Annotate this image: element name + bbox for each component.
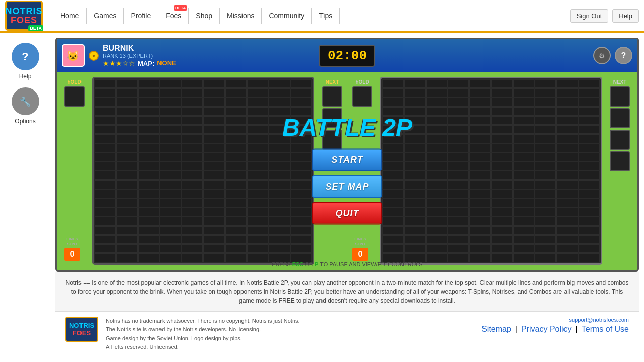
cell — [426, 98, 447, 106]
cell — [469, 244, 491, 253]
cell — [426, 226, 447, 235]
nav-games[interactable]: Games — [87, 8, 124, 24]
cell — [95, 190, 116, 198]
cell — [404, 98, 425, 106]
cell — [138, 125, 159, 134]
footer-email-link[interactable]: support@notrisfoes.com — [569, 317, 629, 323]
cell — [247, 88, 268, 97]
cell — [95, 171, 116, 179]
cell — [535, 79, 556, 88]
sitemap-link[interactable]: Sitemap — [481, 325, 511, 334]
cell — [247, 79, 268, 88]
cell — [535, 226, 556, 235]
cell — [138, 162, 159, 170]
game-header: 🐱 ● BURNIK RANK 13 (EXPERT) ★★★☆☆ MAP: N… — [57, 39, 637, 72]
cell — [382, 79, 404, 88]
cell — [247, 125, 268, 134]
cell — [491, 116, 512, 125]
nav-community[interactable]: Community — [262, 8, 312, 24]
cell — [269, 88, 290, 97]
cell — [138, 88, 159, 97]
settings-icon[interactable]: ⚙ — [593, 47, 611, 64]
cell — [95, 125, 116, 134]
logo-top: NOTRIS — [6, 7, 43, 16]
cell — [138, 153, 159, 161]
cell — [225, 180, 247, 189]
cell — [247, 244, 268, 253]
cell — [203, 244, 224, 253]
nav-tips[interactable]: Tips — [312, 8, 340, 24]
cell — [579, 107, 600, 116]
cell — [182, 235, 203, 244]
cell — [426, 171, 447, 179]
sidebar-options-button[interactable]: 🔧 — [12, 87, 39, 115]
nav-shop[interactable]: Shop — [189, 8, 220, 24]
cell — [247, 144, 268, 152]
sidebar-help-button[interactable]: ? — [12, 43, 39, 70]
cell — [469, 107, 491, 116]
cell — [556, 171, 578, 179]
cell — [203, 235, 224, 244]
nav-missions[interactable]: Missions — [220, 8, 262, 24]
cell — [116, 125, 137, 134]
cell — [535, 235, 556, 244]
cell — [182, 244, 203, 253]
terms-link[interactable]: Terms of Use — [582, 325, 629, 334]
cell — [426, 180, 447, 189]
nav-foes[interactable]: Foes BETA — [158, 8, 189, 24]
cell — [491, 107, 512, 116]
site-logo[interactable]: NOTRIS FOES BETA — [5, 1, 43, 31]
cell — [182, 98, 203, 106]
cell — [225, 235, 247, 244]
header: NOTRIS FOES BETA Home Games Profile Foes… — [0, 0, 644, 33]
header-buttons: Sign Out Help — [570, 9, 639, 23]
cell — [203, 199, 224, 207]
sign-out-button[interactable]: Sign Out — [570, 9, 609, 23]
start-button[interactable]: START — [312, 148, 382, 171]
cell — [448, 79, 469, 88]
cell — [469, 79, 491, 88]
cell — [426, 107, 447, 116]
cell — [225, 217, 247, 225]
cell — [469, 153, 491, 161]
cell — [116, 162, 137, 170]
cell — [160, 107, 181, 116]
help-button[interactable]: Help — [612, 9, 639, 23]
cell — [404, 235, 425, 244]
cell — [491, 153, 512, 161]
cell — [116, 79, 137, 88]
cell — [426, 199, 447, 207]
cell — [579, 79, 600, 88]
cell — [182, 125, 203, 134]
left-hold-slot — [64, 86, 85, 107]
cell — [182, 134, 203, 143]
cell — [579, 244, 600, 253]
cell — [491, 226, 512, 235]
cell — [513, 88, 534, 97]
cell — [469, 190, 491, 198]
quit-button[interactable]: QUIT — [312, 202, 382, 224]
cell — [513, 116, 534, 125]
right-lines-sent: LINESSENT 0 — [352, 237, 368, 260]
help-game-icon[interactable]: ? — [615, 47, 632, 64]
cell — [182, 217, 203, 225]
cell — [160, 199, 181, 207]
cell — [513, 226, 534, 235]
cell — [491, 244, 512, 253]
cell — [491, 235, 512, 244]
nav-home[interactable]: Home — [53, 8, 87, 24]
cell — [291, 235, 312, 244]
cell — [225, 144, 247, 152]
sidebar-help-label: Help — [19, 73, 32, 80]
cell — [426, 79, 447, 88]
set-map-button[interactable]: SET MAP — [312, 175, 382, 198]
foes-beta-badge: BETA — [174, 5, 187, 11]
privacy-link[interactable]: Privacy Policy — [521, 325, 572, 334]
cell — [182, 88, 203, 97]
cell — [138, 244, 159, 253]
cell — [203, 98, 224, 106]
nav-profile[interactable]: Profile — [124, 8, 158, 24]
gear-icon: ⚙ — [599, 52, 605, 60]
cell — [513, 217, 534, 225]
cell — [579, 190, 600, 198]
